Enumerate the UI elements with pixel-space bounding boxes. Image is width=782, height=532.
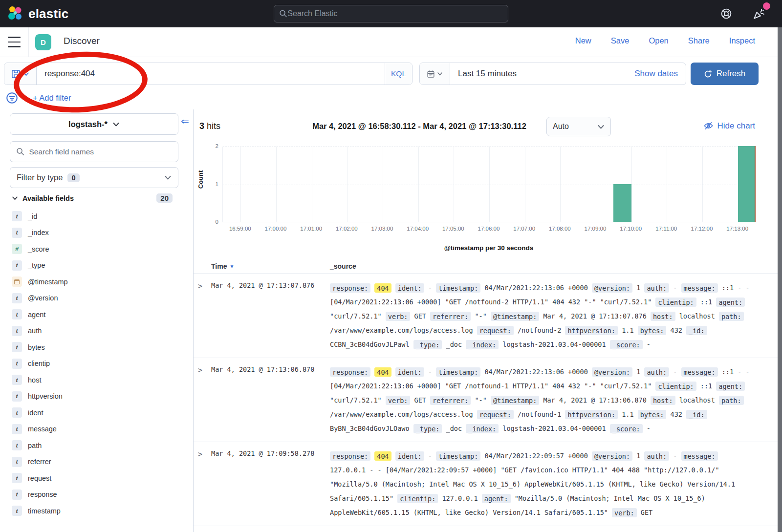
field-item-bytes[interactable]: tbytes: [12, 339, 180, 356]
index-pattern-select[interactable]: logstash-*: [10, 113, 178, 135]
date-picker: Last 15 minutes Show dates: [419, 63, 686, 85]
filter-by-type-select[interactable]: Filter by type 0: [10, 167, 178, 188]
appbar-action-inspect[interactable]: Inspect: [729, 36, 755, 45]
column-header-time[interactable]: Time▼: [211, 262, 234, 270]
add-filter-button[interactable]: + Add filter: [33, 93, 71, 103]
text-field-icon: t: [12, 211, 22, 221]
app-header: D Discover NewSaveOpenShareInspect: [0, 27, 782, 57]
appbar-action-new[interactable]: New: [575, 36, 591, 45]
appbar-action-save[interactable]: Save: [611, 36, 630, 45]
field-name-chip: response:: [330, 283, 370, 293]
field-name: @timestamp: [28, 278, 68, 286]
field-item-referrer[interactable]: treferrer: [12, 454, 180, 470]
number-field-icon: #: [12, 244, 22, 254]
histogram-chart[interactable]: [222, 147, 755, 222]
field-name-chip: verb:: [612, 508, 637, 517]
appbar-action-share[interactable]: Share: [688, 36, 710, 45]
field-item-_score[interactable]: #_score: [12, 241, 180, 257]
field-name: _type: [28, 261, 45, 269]
divider: [28, 27, 29, 57]
field-item-agent[interactable]: tagent: [12, 306, 180, 323]
refresh-label: Refresh: [717, 69, 746, 79]
brand-name: elastic: [28, 6, 68, 21]
save-query-icon: [11, 69, 21, 79]
x-tick-label: 17:02:00: [329, 226, 364, 232]
help-icon[interactable]: [720, 7, 733, 20]
global-search[interactable]: [274, 5, 508, 22]
page-title: Discover: [64, 36, 100, 46]
field-name-chip: message:: [681, 367, 718, 377]
show-dates-button[interactable]: Show dates: [634, 69, 678, 79]
appbar-action-open[interactable]: Open: [649, 36, 668, 45]
highlighted-value: 404: [374, 451, 391, 461]
expand-row-icon[interactable]: >: [198, 450, 202, 459]
expand-row-icon[interactable]: >: [198, 366, 202, 375]
field-item-clientip[interactable]: tclientip: [12, 356, 180, 372]
quick-select-menu-button[interactable]: [420, 63, 450, 85]
field-item-path[interactable]: tpath: [12, 437, 180, 454]
field-item-ident[interactable]: tident: [12, 404, 180, 421]
field-item-_index[interactable]: t_index: [12, 225, 180, 241]
table-row: >Mar 4, 2021 @ 17:09:58.278response: 404…: [194, 442, 778, 526]
field-name-chip: clientip:: [397, 494, 438, 503]
saved-query-menu-button[interactable]: [4, 63, 37, 85]
field-name-chip: auth:: [644, 451, 669, 461]
elastic-logo[interactable]: elastic: [7, 5, 68, 22]
navbar-icons: [720, 0, 765, 27]
news-feed-icon[interactable]: [752, 7, 765, 21]
discover-app-badge[interactable]: D: [35, 34, 51, 50]
filter-icon[interactable]: [6, 92, 18, 104]
field-item-timestamp[interactable]: ttimestamp: [12, 503, 180, 519]
table-header: Time▼ _source: [194, 261, 778, 274]
interval-select[interactable]: Auto: [546, 117, 611, 136]
time-range-value[interactable]: Last 15 minutes: [458, 69, 634, 79]
available-fields-header[interactable]: Available fields 20: [12, 193, 178, 203]
hide-chart-button[interactable]: Hide chart: [703, 121, 755, 131]
date-field-icon: [12, 277, 22, 287]
text-field-icon: t: [12, 391, 22, 402]
y-tick-label: 1: [207, 181, 218, 187]
sort-desc-icon: ▼: [229, 264, 234, 269]
field-item-request[interactable]: trequest: [12, 470, 180, 487]
histogram-bar[interactable]: [738, 146, 756, 222]
field-item-auth[interactable]: tauth: [12, 323, 180, 340]
column-header-source: _source: [330, 262, 356, 270]
field-name-chip: clientip:: [655, 298, 696, 307]
field-name-chip: httpversion:: [565, 326, 618, 335]
field-item-@version[interactable]: t@version: [12, 290, 180, 307]
vertical-scrollbar[interactable]: [778, 27, 782, 532]
field-item-httpversion[interactable]: thttpversion: [12, 388, 180, 405]
field-name: _index: [28, 229, 49, 236]
global-search-input[interactable]: [287, 9, 503, 18]
field-name-chip: message:: [681, 283, 718, 293]
field-name-chip: path:: [719, 312, 744, 321]
field-name-chip: auth:: [644, 367, 669, 377]
search-icon: [279, 9, 287, 18]
collapse-sidebar-icon[interactable]: ⇐: [181, 115, 189, 127]
field-search-input[interactable]: [29, 148, 172, 156]
field-item-@timestamp[interactable]: @timestamp: [12, 274, 180, 290]
query-language-button[interactable]: KQL: [385, 63, 412, 85]
field-name-chip: timestamp:: [436, 451, 480, 461]
gridline: [223, 147, 755, 147]
field-name-chip: response:: [330, 367, 370, 377]
top-navbar: elastic: [0, 0, 782, 27]
field-name-chip: ident:: [395, 367, 424, 377]
text-field-icon: t: [12, 326, 22, 336]
field-item-host[interactable]: thost: [12, 372, 180, 388]
refresh-button[interactable]: Refresh: [691, 63, 759, 85]
field-name-chip: response:: [330, 451, 370, 461]
x-tick-label: 17:07:00: [507, 226, 542, 232]
text-field-icon: t: [12, 489, 22, 500]
field-name-chip: auth:: [644, 283, 669, 293]
query-input[interactable]: [44, 69, 377, 79]
field-item-_id[interactable]: t_id: [12, 208, 180, 225]
table-row: >Mar 4, 2021 @ 17:13:06.870response: 404…: [194, 358, 778, 442]
field-name: agent: [28, 311, 45, 319]
menu-icon[interactable]: [8, 37, 21, 47]
field-item-response[interactable]: tresponse: [12, 487, 180, 503]
field-item-message[interactable]: tmessage: [12, 421, 180, 438]
histogram-bar[interactable]: [613, 184, 631, 222]
expand-row-icon[interactable]: >: [198, 282, 202, 291]
field-item-_type[interactable]: t_type: [12, 257, 180, 274]
